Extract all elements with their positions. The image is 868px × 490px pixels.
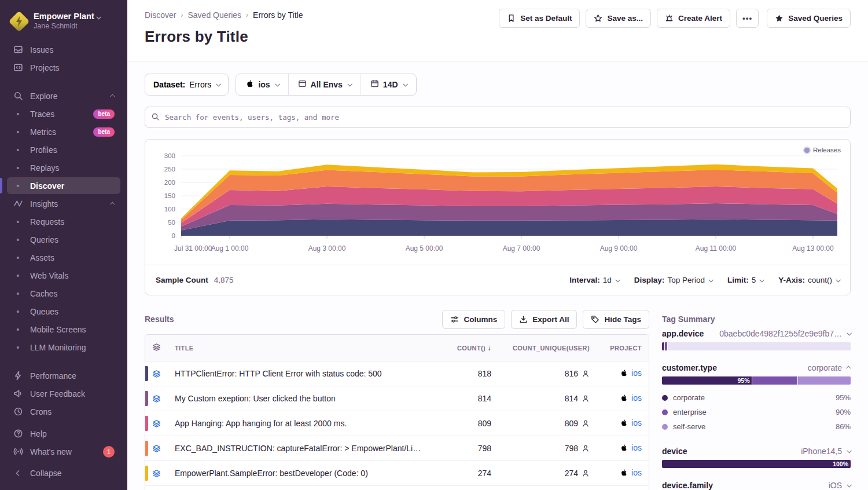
sidebar-item-queries[interactable]: •Queries [0,231,127,248]
search-icon [151,112,160,123]
sidebar-item-requests[interactable]: •Requests [0,213,127,231]
sidebar-item-explore[interactable]: Explore [0,87,127,105]
tag-value-row[interactable]: enterprise90% [662,405,851,419]
sidebar-item-web-vitals[interactable]: •Web Vitals [0,266,127,284]
event-title-link[interactable]: EmpowerPlant.SampleError: bestDeveloper … [175,469,368,478]
yaxis-control[interactable]: Y-Axis:count() [778,276,840,284]
sidebar-item-label: User Feedback [30,389,85,398]
tag-value-row[interactable]: self-serve86% [662,419,851,434]
save-as-button[interactable]: Save as... [586,9,651,28]
tag-bar-segment [668,342,851,350]
tag-value-dot-icon [662,395,668,401]
sidebar-item-assets[interactable]: •Assets [0,248,127,266]
search-input[interactable] [145,107,851,128]
tag-summary-title: Tag Summary [662,309,851,329]
sidebar-item-label: Insights [30,199,58,209]
breadcrumb-saved-queries[interactable]: Saved Queries [187,10,241,20]
tag-value-row[interactable]: corporate95% [662,390,851,405]
stack-icon[interactable] [152,394,161,403]
export-all-button[interactable]: Export All [511,310,577,329]
environment-filter[interactable]: All Envs [288,74,361,95]
project-filter[interactable]: ios [236,74,288,95]
date-range-filter[interactable]: 14D [361,74,416,95]
display-control[interactable]: Display:Top Period [634,276,712,284]
sidebar-collapse[interactable]: Collapse [0,464,127,482]
column-header-count[interactable]: COUNT() ↓ [432,335,498,361]
svg-text:100: 100 [164,206,175,213]
limit-control[interactable]: Limit:5 [727,276,763,284]
sidebar-item-queues[interactable]: •Queues [0,302,127,320]
org-switcher[interactable]: Empower Plant Jane Schmidt [0,8,127,32]
sidebar-item-crons[interactable]: Crons [0,403,127,420]
dataset-selector[interactable]: Dataset: Errors [145,74,229,96]
sidebar-item-insights[interactable]: Insights [0,195,127,213]
tag-section-header[interactable]: deviceiPhone14,5 [662,447,851,456]
breadcrumb-discover[interactable]: Discover [145,10,176,20]
event-title-link[interactable]: EXC_BAD_INSTRUCTION: captureFatalError: … [175,444,427,453]
tag-section-header[interactable]: customer.typecorporate [662,363,851,372]
project-link[interactable]: ios [620,418,642,427]
breadcrumb-separator-icon: › [246,11,248,19]
sidebar-item-metrics[interactable]: •Metricsbeta [0,123,127,141]
stack-icon[interactable] [152,419,161,428]
tag-section-header[interactable]: device.familyiOS [662,481,851,490]
sidebar-item-traces[interactable]: •Tracesbeta [0,105,127,123]
apple-icon [620,369,628,377]
user-icon [582,394,590,403]
user-icon [582,444,590,452]
sidebar-item-user-feedback[interactable]: User Feedback [0,385,127,403]
bullet-icon: • [13,147,23,153]
bullet-icon: • [13,165,23,171]
project-link[interactable]: ios [620,393,642,403]
sidebar-item-llm-monitoring[interactable]: •LLM Monitoring [0,338,127,356]
stack-icon[interactable] [152,469,161,478]
sidebar-item-replays[interactable]: •Replays [0,159,127,177]
chevron-down-icon [615,277,620,282]
org-name[interactable]: Empower Plant [34,12,100,21]
sidebar-item-issues[interactable]: Issues [0,41,127,58]
event-title-link[interactable]: App Hanging: App hanging for at least 20… [175,419,347,428]
project-link[interactable]: ios [620,443,642,452]
event-title-link[interactable]: HTTPClientError: HTTP Client Error with … [175,369,382,378]
chart-legend[interactable]: Releases [804,147,841,153]
project-link[interactable]: ios [620,468,642,477]
sidebar-item-caches[interactable]: •Caches [0,284,127,302]
sidebar-item-projects[interactable]: Projects [0,58,127,76]
tag-distribution-bar[interactable]: 100% [662,460,851,468]
sidebar-item-mobile-screens[interactable]: •Mobile Screens [0,320,127,338]
tag-section-device: deviceiPhone14,5100% [662,447,851,468]
columns-button[interactable]: Columns [442,310,505,329]
column-header-title[interactable]: TITLE [168,335,432,361]
event-title-link[interactable]: My Custom exeption: User clicked the but… [175,394,336,403]
project-link[interactable]: ios [620,368,642,378]
sentry-org-logo-icon [10,13,28,30]
issues-icon [13,45,23,55]
sidebar-item-profiles[interactable]: •Profiles [0,141,127,159]
download-icon [519,315,528,324]
stacked-area-chart[interactable]: 050100150200250300Jul 31 00:00Aug 1 00:0… [145,140,850,265]
stack-icon[interactable] [152,444,161,453]
apple-icon [620,394,628,402]
tag-section-header[interactable]: app.device0baebc0de4982f1255f2e9e9fb7… [662,329,851,338]
svg-text:Jul 31 00:00: Jul 31 00:00 [174,244,212,253]
area-series-httpclienterror-http-client-er [181,220,837,236]
set-as-default-button[interactable]: Set as Default [499,9,580,28]
user-icon [582,419,590,427]
column-header-count-unique[interactable]: COUNT_UNIQUE(USER) [498,335,597,361]
column-header-project[interactable]: PROJECT [597,335,649,361]
table-row: App Hanging: App hanging for at least 20… [145,411,649,436]
more-options-button[interactable]: ••• [736,9,759,28]
tag-distribution-bar[interactable] [662,342,851,350]
tag-distribution-bar[interactable]: 95% [662,376,851,385]
sidebar-item-label: Traces [30,109,54,119]
interval-control[interactable]: Interval:1d [569,276,619,284]
create-alert-button[interactable]: Create Alert [657,9,730,28]
sidebar-item-help[interactable]: Help [0,425,127,443]
saved-queries-button[interactable]: Saved Queries [767,9,851,28]
sidebar-item-discover[interactable]: •Discover [0,177,127,195]
apple-icon [620,469,628,477]
hide-tags-button[interactable]: Hide Tags [583,310,649,329]
sidebar-item-performance[interactable]: Performance [0,367,127,385]
sidebar-item-what-s-new[interactable]: What's new1 [0,443,127,460]
stack-icon[interactable] [152,370,161,378]
